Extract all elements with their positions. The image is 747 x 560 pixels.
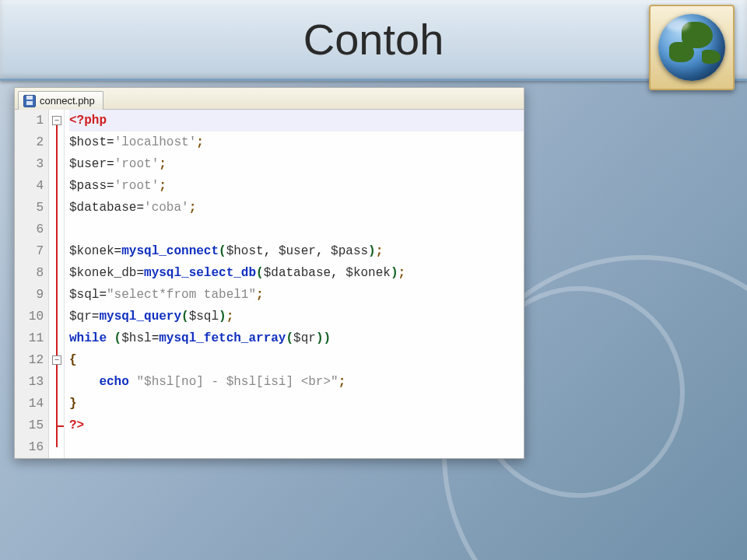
code-line[interactable]: $konek=mysql_connect($host, $user, $pass… [69, 240, 524, 262]
line-number: 7 [19, 240, 44, 262]
code-line[interactable]: $pass='root'; [69, 175, 524, 197]
fold-toggle-icon[interactable]: − [52, 355, 61, 365]
slide-title-bar: Contoh [0, 0, 747, 81]
line-number: 12 [19, 349, 44, 371]
line-number-gutter: 12345678910111213141516 [15, 110, 49, 458]
tab-filename: connect.php [40, 95, 95, 107]
line-number: 4 [19, 175, 44, 197]
code-line[interactable]: $qr=mysql_query($sql); [69, 306, 524, 327]
line-number: 14 [19, 393, 44, 415]
save-icon [23, 95, 36, 107]
globe-icon-frame [649, 5, 735, 90]
code-line[interactable]: <?php [69, 110, 524, 131]
line-number: 6 [19, 219, 44, 240]
line-number: 8 [19, 262, 44, 284]
line-number: 2 [19, 131, 44, 153]
code-line[interactable] [69, 436, 524, 458]
code-line[interactable]: $user='root'; [69, 153, 524, 175]
code-line[interactable] [69, 219, 524, 240]
line-number: 5 [19, 197, 44, 219]
line-number: 1 [19, 110, 44, 131]
line-number: 13 [19, 371, 44, 393]
fold-guide-line [56, 121, 58, 447]
line-number: 3 [19, 153, 44, 175]
fold-column: − − [49, 110, 65, 458]
code-line[interactable]: while ($hsl=mysql_fetch_array($qr)) [69, 327, 524, 349]
line-number: 11 [19, 327, 44, 349]
slide-title: Contoh [0, 0, 747, 79]
code-line[interactable]: ?> [69, 415, 524, 436]
code-content[interactable]: <?php$host='localhost';$user='root';$pas… [65, 110, 524, 458]
code-area[interactable]: 12345678910111213141516 − − <?php$host='… [15, 110, 524, 458]
editor-tab-bar: connect.php [15, 88, 524, 110]
code-line[interactable]: } [69, 393, 524, 415]
code-line[interactable]: { [69, 349, 524, 371]
fold-end-marker [56, 425, 64, 427]
code-line[interactable]: $konek_db=mysql_select_db($database, $ko… [69, 262, 524, 284]
fold-toggle-icon[interactable]: − [52, 116, 61, 125]
line-number: 10 [19, 306, 44, 327]
code-line[interactable]: $sql="select*from tabel1"; [69, 284, 524, 306]
line-number: 15 [19, 415, 44, 436]
editor-tab-active[interactable]: connect.php [18, 91, 103, 110]
code-line[interactable]: echo "$hsl[no] - $hsl[isi] <br>"; [69, 371, 524, 393]
line-number: 16 [19, 436, 44, 458]
globe-icon [658, 14, 725, 81]
code-line[interactable]: $host='localhost'; [69, 131, 524, 153]
code-editor: connect.php 12345678910111213141516 − − … [14, 87, 524, 459]
code-line[interactable]: $database='coba'; [69, 197, 524, 219]
line-number: 9 [19, 284, 44, 306]
